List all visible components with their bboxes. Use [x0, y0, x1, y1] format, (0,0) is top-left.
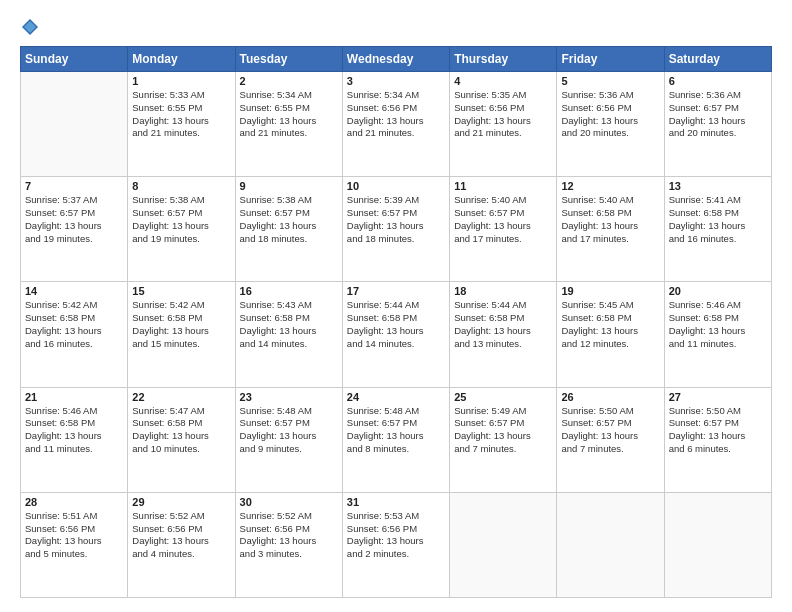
calendar-week-row: 28Sunrise: 5:51 AMSunset: 6:56 PMDayligh…: [21, 492, 772, 597]
calendar-cell: 2Sunrise: 5:34 AMSunset: 6:55 PMDaylight…: [235, 72, 342, 177]
calendar-cell: 19Sunrise: 5:45 AMSunset: 6:58 PMDayligh…: [557, 282, 664, 387]
day-number: 12: [561, 180, 659, 192]
weekday-header-row: SundayMondayTuesdayWednesdayThursdayFrid…: [21, 47, 772, 72]
day-number: 2: [240, 75, 338, 87]
day-number: 29: [132, 496, 230, 508]
calendar-week-row: 1Sunrise: 5:33 AMSunset: 6:55 PMDaylight…: [21, 72, 772, 177]
day-info: Sunrise: 5:42 AMSunset: 6:58 PMDaylight:…: [132, 299, 230, 350]
day-number: 10: [347, 180, 445, 192]
svg-marker-1: [24, 21, 36, 33]
calendar-cell: 23Sunrise: 5:48 AMSunset: 6:57 PMDayligh…: [235, 387, 342, 492]
calendar-week-row: 21Sunrise: 5:46 AMSunset: 6:58 PMDayligh…: [21, 387, 772, 492]
calendar-cell: 1Sunrise: 5:33 AMSunset: 6:55 PMDaylight…: [128, 72, 235, 177]
day-info: Sunrise: 5:36 AMSunset: 6:56 PMDaylight:…: [561, 89, 659, 140]
calendar-cell: 7Sunrise: 5:37 AMSunset: 6:57 PMDaylight…: [21, 177, 128, 282]
day-number: 14: [25, 285, 123, 297]
weekday-header-monday: Monday: [128, 47, 235, 72]
day-info: Sunrise: 5:38 AMSunset: 6:57 PMDaylight:…: [132, 194, 230, 245]
day-info: Sunrise: 5:49 AMSunset: 6:57 PMDaylight:…: [454, 405, 552, 456]
day-number: 24: [347, 391, 445, 403]
calendar-cell: 12Sunrise: 5:40 AMSunset: 6:58 PMDayligh…: [557, 177, 664, 282]
weekday-header-tuesday: Tuesday: [235, 47, 342, 72]
calendar-cell: 31Sunrise: 5:53 AMSunset: 6:56 PMDayligh…: [342, 492, 449, 597]
calendar-cell: 9Sunrise: 5:38 AMSunset: 6:57 PMDaylight…: [235, 177, 342, 282]
calendar-cell: 28Sunrise: 5:51 AMSunset: 6:56 PMDayligh…: [21, 492, 128, 597]
calendar-cell: 5Sunrise: 5:36 AMSunset: 6:56 PMDaylight…: [557, 72, 664, 177]
day-number: 1: [132, 75, 230, 87]
calendar-cell: [21, 72, 128, 177]
logo-text: [20, 18, 39, 36]
day-info: Sunrise: 5:52 AMSunset: 6:56 PMDaylight:…: [132, 510, 230, 561]
day-info: Sunrise: 5:50 AMSunset: 6:57 PMDaylight:…: [669, 405, 767, 456]
day-number: 28: [25, 496, 123, 508]
day-info: Sunrise: 5:37 AMSunset: 6:57 PMDaylight:…: [25, 194, 123, 245]
calendar-cell: 17Sunrise: 5:44 AMSunset: 6:58 PMDayligh…: [342, 282, 449, 387]
calendar-cell: 13Sunrise: 5:41 AMSunset: 6:58 PMDayligh…: [664, 177, 771, 282]
day-number: 16: [240, 285, 338, 297]
day-number: 17: [347, 285, 445, 297]
calendar-cell: 16Sunrise: 5:43 AMSunset: 6:58 PMDayligh…: [235, 282, 342, 387]
day-number: 5: [561, 75, 659, 87]
day-info: Sunrise: 5:33 AMSunset: 6:55 PMDaylight:…: [132, 89, 230, 140]
day-number: 6: [669, 75, 767, 87]
day-info: Sunrise: 5:41 AMSunset: 6:58 PMDaylight:…: [669, 194, 767, 245]
calendar-cell: 8Sunrise: 5:38 AMSunset: 6:57 PMDaylight…: [128, 177, 235, 282]
day-number: 3: [347, 75, 445, 87]
day-info: Sunrise: 5:52 AMSunset: 6:56 PMDaylight:…: [240, 510, 338, 561]
page: SundayMondayTuesdayWednesdayThursdayFrid…: [0, 0, 792, 612]
logo: [20, 18, 39, 36]
calendar-cell: 11Sunrise: 5:40 AMSunset: 6:57 PMDayligh…: [450, 177, 557, 282]
day-info: Sunrise: 5:35 AMSunset: 6:56 PMDaylight:…: [454, 89, 552, 140]
calendar-week-row: 14Sunrise: 5:42 AMSunset: 6:58 PMDayligh…: [21, 282, 772, 387]
day-number: 30: [240, 496, 338, 508]
day-info: Sunrise: 5:51 AMSunset: 6:56 PMDaylight:…: [25, 510, 123, 561]
calendar-cell: 10Sunrise: 5:39 AMSunset: 6:57 PMDayligh…: [342, 177, 449, 282]
weekday-header-wednesday: Wednesday: [342, 47, 449, 72]
calendar-cell: 29Sunrise: 5:52 AMSunset: 6:56 PMDayligh…: [128, 492, 235, 597]
calendar-cell: 27Sunrise: 5:50 AMSunset: 6:57 PMDayligh…: [664, 387, 771, 492]
logo-flag-icon: [21, 18, 39, 36]
weekday-header-thursday: Thursday: [450, 47, 557, 72]
calendar-cell: 20Sunrise: 5:46 AMSunset: 6:58 PMDayligh…: [664, 282, 771, 387]
day-info: Sunrise: 5:38 AMSunset: 6:57 PMDaylight:…: [240, 194, 338, 245]
day-number: 15: [132, 285, 230, 297]
header: [20, 18, 772, 36]
day-info: Sunrise: 5:34 AMSunset: 6:56 PMDaylight:…: [347, 89, 445, 140]
day-number: 4: [454, 75, 552, 87]
calendar-cell: 25Sunrise: 5:49 AMSunset: 6:57 PMDayligh…: [450, 387, 557, 492]
day-number: 7: [25, 180, 123, 192]
day-info: Sunrise: 5:43 AMSunset: 6:58 PMDaylight:…: [240, 299, 338, 350]
calendar-cell: 6Sunrise: 5:36 AMSunset: 6:57 PMDaylight…: [664, 72, 771, 177]
calendar-cell: [450, 492, 557, 597]
calendar-cell: [557, 492, 664, 597]
day-info: Sunrise: 5:50 AMSunset: 6:57 PMDaylight:…: [561, 405, 659, 456]
day-info: Sunrise: 5:48 AMSunset: 6:57 PMDaylight:…: [240, 405, 338, 456]
day-info: Sunrise: 5:48 AMSunset: 6:57 PMDaylight:…: [347, 405, 445, 456]
calendar-cell: 26Sunrise: 5:50 AMSunset: 6:57 PMDayligh…: [557, 387, 664, 492]
day-info: Sunrise: 5:44 AMSunset: 6:58 PMDaylight:…: [454, 299, 552, 350]
day-info: Sunrise: 5:40 AMSunset: 6:58 PMDaylight:…: [561, 194, 659, 245]
day-info: Sunrise: 5:53 AMSunset: 6:56 PMDaylight:…: [347, 510, 445, 561]
day-number: 9: [240, 180, 338, 192]
day-number: 21: [25, 391, 123, 403]
day-number: 20: [669, 285, 767, 297]
calendar-week-row: 7Sunrise: 5:37 AMSunset: 6:57 PMDaylight…: [21, 177, 772, 282]
calendar-cell: 30Sunrise: 5:52 AMSunset: 6:56 PMDayligh…: [235, 492, 342, 597]
day-info: Sunrise: 5:46 AMSunset: 6:58 PMDaylight:…: [25, 405, 123, 456]
calendar-cell: 15Sunrise: 5:42 AMSunset: 6:58 PMDayligh…: [128, 282, 235, 387]
day-info: Sunrise: 5:44 AMSunset: 6:58 PMDaylight:…: [347, 299, 445, 350]
calendar-cell: [664, 492, 771, 597]
weekday-header-friday: Friday: [557, 47, 664, 72]
day-number: 27: [669, 391, 767, 403]
day-number: 18: [454, 285, 552, 297]
day-number: 8: [132, 180, 230, 192]
calendar-table: SundayMondayTuesdayWednesdayThursdayFrid…: [20, 46, 772, 598]
day-info: Sunrise: 5:47 AMSunset: 6:58 PMDaylight:…: [132, 405, 230, 456]
day-number: 19: [561, 285, 659, 297]
calendar-cell: 24Sunrise: 5:48 AMSunset: 6:57 PMDayligh…: [342, 387, 449, 492]
day-number: 13: [669, 180, 767, 192]
day-number: 23: [240, 391, 338, 403]
day-number: 11: [454, 180, 552, 192]
calendar-cell: 4Sunrise: 5:35 AMSunset: 6:56 PMDaylight…: [450, 72, 557, 177]
day-info: Sunrise: 5:42 AMSunset: 6:58 PMDaylight:…: [25, 299, 123, 350]
